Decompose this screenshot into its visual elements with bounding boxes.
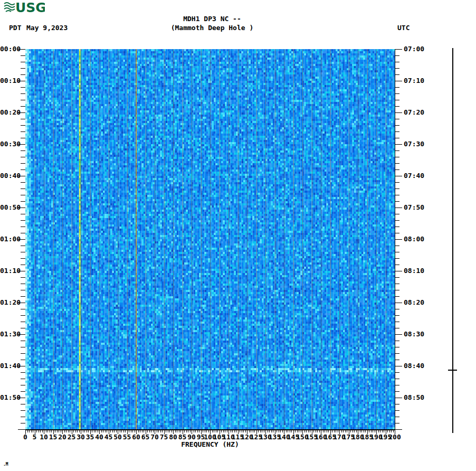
- time-tick: [395, 182, 399, 183]
- freq-tick: [291, 430, 292, 432]
- freq-tick: [269, 430, 270, 432]
- freq-tick: [345, 430, 346, 432]
- time-tick: [21, 423, 25, 423]
- freq-tick: [27, 430, 28, 432]
- freq-tick: [347, 430, 347, 432]
- time-tick: [21, 328, 25, 328]
- freq-tick: [157, 430, 157, 432]
- freq-tick: [194, 430, 194, 432]
- freq-tick: [304, 430, 305, 432]
- freq-tick: [327, 430, 327, 432]
- freq-tick: [223, 430, 224, 432]
- freq-tick: [234, 430, 235, 432]
- freq-tick: [101, 430, 102, 432]
- time-tick: [395, 372, 399, 373]
- freq-tick: [240, 430, 240, 432]
- time-tick: [395, 309, 399, 309]
- freq-tick: [279, 430, 279, 432]
- freq-tick: [205, 430, 205, 432]
- usgs-logo-icon: USGS: [4, 1, 45, 14]
- freq-tick: [151, 430, 151, 432]
- time-tick: [395, 404, 399, 404]
- freq-tick: [75, 430, 76, 432]
- freq-tick: [40, 430, 41, 432]
- freq-tick: [384, 430, 384, 432]
- freq-tick: [373, 430, 373, 432]
- time-tick: [395, 284, 399, 284]
- left-time-label: 01:00: [0, 236, 21, 243]
- time-tick: [395, 322, 399, 322]
- freq-tick: [175, 430, 176, 432]
- freq-tick: [328, 430, 329, 432]
- freq-tick: [188, 430, 188, 432]
- freq-axis-title: FREQUENCY (HZ): [25, 441, 395, 448]
- time-tick: [21, 360, 25, 360]
- freq-tick: [249, 430, 250, 432]
- time-tick: [21, 87, 25, 88]
- time-tick: [395, 353, 399, 354]
- freq-tick: [242, 430, 242, 432]
- time-tick: [21, 417, 25, 417]
- freq-tick: [319, 430, 320, 432]
- freq-tick: [50, 430, 50, 432]
- freq-tick: [42, 430, 43, 432]
- freq-tick: [144, 430, 144, 432]
- freq-tick: [227, 430, 227, 432]
- time-tick: [21, 258, 25, 259]
- freq-tick: [365, 430, 366, 432]
- time-tick: [21, 74, 25, 75]
- left-time-label: 01:10: [0, 267, 21, 275]
- spectrogram-figure: USGS PDT May 9,2023 MDH1 DP3 NC -- (Mamm…: [0, 0, 476, 471]
- freq-tick: [271, 430, 272, 432]
- freq-tick: [361, 430, 362, 432]
- time-tick: [21, 214, 25, 214]
- time-tick: [395, 62, 399, 62]
- time-tick: [395, 74, 399, 75]
- freq-tick: [356, 430, 357, 432]
- right-time-label: 08:40: [404, 362, 429, 370]
- freq-tick: [172, 430, 172, 432]
- time-tick: [21, 169, 25, 170]
- freq-tick: [29, 430, 30, 432]
- freq-tick: [277, 430, 277, 432]
- time-tick: [21, 100, 25, 100]
- time-tick: [395, 227, 399, 227]
- freq-tick: [243, 430, 244, 432]
- right-time-label: 07:40: [404, 172, 429, 180]
- freq-tick: [55, 430, 55, 432]
- time-tick: [21, 322, 25, 322]
- freq-tick: [138, 430, 139, 432]
- freq-tick: [251, 430, 251, 432]
- freq-tick: [129, 430, 129, 432]
- time-tick: [21, 227, 25, 227]
- timezone-right-label: UTC: [397, 24, 410, 32]
- freq-tick: [110, 430, 111, 432]
- time-tick: [395, 246, 399, 246]
- freq-tick: [135, 430, 135, 432]
- freq-tick: [317, 430, 318, 432]
- freq-tick: [36, 430, 37, 432]
- freq-tick: [162, 430, 163, 432]
- freq-tick: [197, 430, 198, 432]
- left-time-label: 01:20: [0, 299, 21, 306]
- freq-tick: [290, 430, 290, 432]
- freq-tick: [380, 430, 380, 432]
- time-tick: [21, 220, 25, 221]
- time-tick: [395, 398, 402, 398]
- freq-tick: [316, 430, 316, 432]
- left-time-label: 00:50: [0, 204, 21, 211]
- freq-tick: [206, 430, 207, 432]
- freq-tick: [378, 430, 379, 432]
- freq-tick: [103, 430, 103, 432]
- time-tick: [395, 169, 399, 170]
- left-time-label: 01:50: [0, 394, 21, 401]
- freq-tick: [31, 430, 32, 432]
- time-tick: [18, 429, 25, 430]
- time-tick: [395, 315, 399, 316]
- freq-tick: [262, 430, 262, 432]
- freq-tick: [140, 430, 140, 432]
- right-time-label: 08:00: [404, 236, 429, 243]
- time-tick: [395, 328, 399, 328]
- time-tick: [21, 315, 25, 316]
- freq-tick: [353, 430, 353, 432]
